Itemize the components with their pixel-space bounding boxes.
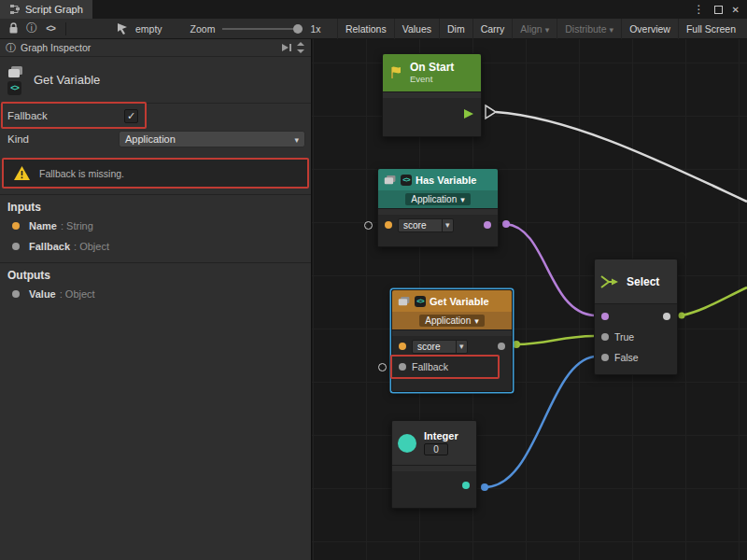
close-icon[interactable]	[732, 4, 740, 15]
code-toggle-icon[interactable]	[41, 21, 60, 37]
tab-script-graph[interactable]: Script Graph	[0, 0, 92, 19]
chevron-down-icon	[456, 341, 467, 353]
outputs-heading: Outputs	[0, 263, 311, 284]
output-row-value: Value : Object	[0, 284, 311, 304]
name-input-port[interactable]	[399, 343, 406, 350]
graph-icon	[9, 4, 21, 15]
unconnected-input-ring[interactable]	[364, 221, 373, 230]
has-variable-scope-row: Application	[378, 190, 498, 208]
bool-output-port[interactable]	[484, 221, 491, 229]
code-icon	[415, 296, 426, 307]
titlebar: Script Graph	[0, 0, 747, 19]
fullscreen-button[interactable]: Full Screen	[678, 19, 743, 39]
kind-dropdown[interactable]: Application	[119, 131, 305, 147]
warning-box: Fallback is missing.	[4, 160, 307, 187]
values-button[interactable]: Values	[394, 19, 439, 39]
zoom-label: Zoom	[190, 23, 216, 35]
kind-label: Kind	[7, 133, 119, 145]
wires-layer	[312, 39, 747, 560]
chevron-down-icon	[460, 194, 465, 204]
warning-text: Fallback is missing.	[39, 168, 124, 179]
info-toggle-icon[interactable]	[22, 21, 41, 37]
warning-icon	[13, 165, 31, 181]
selection-label: empty	[135, 23, 162, 35]
selection-output-port[interactable]	[663, 313, 670, 320]
string-port-dot	[12, 222, 20, 230]
carry-button[interactable]: Carry	[472, 19, 513, 39]
kind-option-row: Kind Application	[0, 128, 311, 150]
wire-select-output	[682, 287, 747, 315]
kind-dropdown-value: Application	[125, 133, 176, 145]
object-port-dot	[12, 243, 20, 250]
selection-cursor-icon	[113, 21, 132, 37]
variables-stack-icon	[398, 296, 411, 307]
chevron-down-icon	[294, 133, 299, 145]
zoom-slider-thumb[interactable]	[293, 24, 303, 34]
chevron-down-icon	[545, 23, 550, 35]
graph-toolbar: empty Zoom 1x Relations Values Dim Carry…	[0, 19, 747, 39]
flow-output-arrow-icon[interactable]	[462, 108, 474, 119]
integer-icon	[398, 434, 416, 453]
wire-control-flow	[496, 112, 747, 202]
warning-highlight: Fallback is missing.	[2, 158, 309, 189]
node-on-start[interactable]: On Start Event	[382, 53, 482, 137]
zoom-slider[interactable]	[222, 22, 303, 35]
inputs-heading: Inputs	[0, 195, 311, 216]
object-port-dot	[12, 290, 20, 298]
select-header: Select	[595, 259, 677, 304]
variable-name-dropdown[interactable]: score	[398, 218, 454, 232]
highlight-node-fallback-port	[390, 355, 500, 379]
panel-options-icon[interactable]	[296, 42, 305, 53]
integer-value-field[interactable]: 0	[424, 443, 448, 455]
zoom-value: 1x	[310, 23, 320, 35]
toolbar-separator	[65, 22, 66, 35]
code-icon	[401, 175, 412, 186]
scope-dropdown[interactable]: Application	[405, 193, 470, 205]
toolbar-buttons: Relations Values Dim Carry Align Distrib…	[337, 19, 743, 39]
chevron-down-icon	[442, 219, 453, 231]
code-icon	[7, 81, 21, 95]
inspector-title: Graph Inspector	[21, 42, 91, 53]
node-strip	[392, 466, 476, 471]
false-input-port[interactable]	[601, 354, 609, 361]
window-controls	[694, 0, 747, 19]
tab-title: Script Graph	[25, 4, 83, 15]
on-start-header: On Start Event	[383, 54, 481, 91]
overview-button[interactable]: Overview	[621, 19, 678, 39]
input-row-fallback: Fallback : Object	[0, 236, 311, 257]
chevron-down-icon	[610, 23, 614, 35]
integer-header: Integer 0	[392, 421, 476, 466]
info-icon	[6, 41, 16, 55]
unconnected-input-ring[interactable]	[378, 363, 387, 371]
select-merge-icon	[600, 274, 619, 289]
graph-inspector-panel: Graph Inspector Get Variable Fallback Ki…	[0, 39, 312, 560]
node-has-variable[interactable]: Has Variable Application score	[377, 168, 499, 247]
lock-icon[interactable]	[4, 21, 22, 37]
flag-icon	[388, 65, 403, 80]
menu-icon[interactable]	[694, 3, 705, 16]
node-select[interactable]: Select True False	[594, 259, 678, 375]
graph-canvas[interactable]: On Start Event Has	[312, 39, 747, 560]
name-input-port[interactable]	[385, 221, 392, 229]
variable-name-dropdown[interactable]: score	[412, 340, 468, 354]
true-input-port[interactable]	[601, 333, 609, 341]
integer-output-port[interactable]	[462, 482, 470, 489]
value-output-port[interactable]	[498, 343, 505, 350]
dock-icon[interactable]	[281, 43, 292, 52]
condition-input-port[interactable]	[601, 313, 609, 320]
get-variable-header: Get Variable	[392, 290, 512, 312]
node-integer[interactable]: Integer 0	[391, 420, 477, 509]
distribute-button[interactable]: Distribute	[557, 19, 621, 39]
zoom-slider-track	[222, 28, 303, 30]
scope-dropdown[interactable]: Application	[419, 315, 484, 327]
align-button[interactable]: Align	[512, 19, 557, 39]
relations-button[interactable]: Relations	[337, 19, 394, 39]
wire-bool	[506, 224, 594, 315]
maximize-icon[interactable]	[714, 6, 723, 14]
get-variable-scope-row: Application	[392, 312, 512, 329]
chevron-down-icon	[474, 315, 479, 326]
dim-button[interactable]: Dim	[439, 19, 472, 39]
variables-stack-icon	[384, 175, 397, 186]
inspector-header: Graph Inspector	[0, 39, 311, 57]
inspected-unit-header: Get Variable	[0, 57, 311, 104]
